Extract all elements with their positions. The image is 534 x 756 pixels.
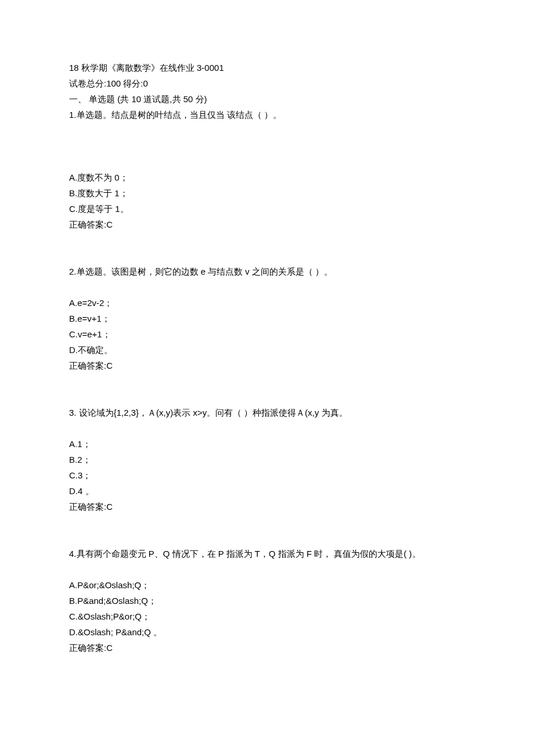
score-line: 试卷总分:100 得分:0 [69, 75, 465, 91]
q1-option-a: A.度数不为 0； [69, 170, 465, 185]
q2-option-d: D.不确定。 [69, 342, 465, 358]
spacer [69, 123, 465, 170]
q4-option-b: B.P&and;&Oslash;Q； [69, 593, 465, 609]
q3-option-b: B.2； [69, 452, 465, 467]
q2-option-c: C.v=e+1； [69, 326, 465, 342]
q1-stem: 1.单选题。结点是树的叶结点，当且仅当 该结点（ ）。 [69, 107, 465, 123]
q4-option-d: D.&Oslash; P&and;Q 。 [69, 624, 465, 640]
q3-option-d: D.4 。 [69, 483, 465, 499]
q2-option-a: A.e=2v-2； [69, 295, 465, 311]
q2-option-b: B.e=v+1； [69, 311, 465, 326]
spacer [69, 373, 465, 405]
q4-option-a: A.P&or;&Oslash;Q； [69, 577, 465, 593]
spacer [69, 561, 465, 577]
section-heading: 一、 单选题 (共 10 道试题,共 50 分) [69, 91, 465, 107]
q1-answer: 正确答案:C [69, 217, 465, 232]
q4-stem: 4.具有两个命题变元 P、Q 情况下，在 P 指派为 T，Q 指派为 F 时， … [69, 546, 465, 561]
q4-option-c: C.&Oslash;P&or;Q； [69, 609, 465, 624]
q3-stem: 3. 设论域为{1,2,3}，Ａ(x,y)表示 x>y。问有（ ）种指派使得Ａ(… [69, 405, 465, 420]
spacer [69, 279, 465, 295]
document-page: 18 秋学期《离散数学》在线作业 3-0001 试卷总分:100 得分:0 一、… [0, 0, 534, 756]
q4-answer: 正确答案:C [69, 640, 465, 656]
q2-answer: 正确答案:C [69, 358, 465, 373]
spacer [69, 232, 465, 264]
q1-option-b: B.度数大于 1； [69, 185, 465, 201]
q3-answer: 正确答案:C [69, 499, 465, 514]
q3-option-c: C.3； [69, 467, 465, 483]
spacer [69, 514, 465, 546]
assignment-title: 18 秋学期《离散数学》在线作业 3-0001 [69, 60, 465, 75]
q2-stem: 2.单选题。该图是树，则它的边数 e 与结点数 v 之间的关系是（ ）。 [69, 264, 465, 279]
q3-option-a: A.1； [69, 436, 465, 452]
q1-option-c: C.度是等于 1。 [69, 201, 465, 217]
spacer [69, 420, 465, 436]
